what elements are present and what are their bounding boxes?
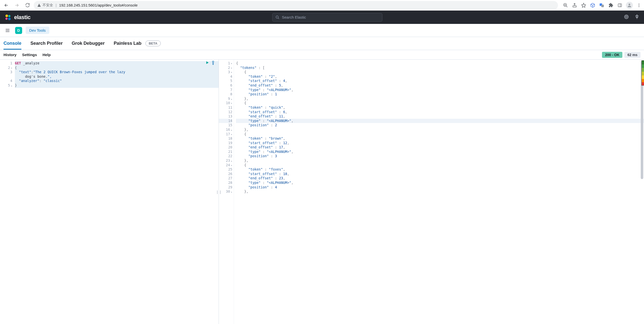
insecure-label: 不安全: [43, 3, 53, 8]
svg-point-10: [8, 15, 11, 17]
browser-chrome: 不安全 | 192.168.245.151:5601/app/dev_tools…: [0, 0, 644, 11]
response-pane[interactable]: 1▾2▾3▾456789▴10▾111213141516▴17▾18192021…: [219, 60, 644, 324]
breadcrumb-label: Dev Tools: [29, 28, 46, 32]
response-viewer[interactable]: { "tokens" : [ { "token" : "2", "start_o…: [234, 60, 644, 324]
tab-console[interactable]: Console: [4, 37, 21, 50]
url-text: 192.168.245.151:5601/app/dev_tools#/cons…: [59, 3, 138, 7]
extensions-icon[interactable]: [608, 2, 614, 8]
help-link[interactable]: Help: [43, 53, 51, 57]
space-letter: D: [17, 28, 20, 32]
elastic-logo[interactable]: elastic: [5, 14, 30, 21]
send-request-button[interactable]: [205, 61, 209, 66]
devtools-tabs: Console Search Profiler Grok Debugger Pa…: [0, 37, 644, 50]
reload-button[interactable]: [23, 1, 32, 10]
svg-point-14: [625, 15, 628, 19]
tab-search-profiler[interactable]: Search Profiler: [30, 37, 63, 50]
svg-point-7: [639, 5, 639, 6]
request-actions: [205, 61, 216, 66]
console-toolbar: History Settings Help 200 - OK 62 ms: [0, 50, 644, 60]
tab-painless-lab[interactable]: Painless Lab: [114, 37, 141, 50]
pane-resize-handle[interactable]: ❘❘: [218, 188, 220, 196]
sub-header: D Dev Tools: [0, 24, 644, 37]
svg-rect-3: [601, 5, 604, 7]
sidepanel-icon[interactable]: [617, 2, 623, 8]
newsfeed-icon[interactable]: [624, 14, 629, 20]
svg-rect-1: [573, 6, 576, 7]
svg-point-6: [639, 4, 639, 4]
search-placeholder: Search Elastic: [282, 15, 306, 19]
help-icon[interactable]: [634, 14, 639, 20]
request-gutter: 12▾3 45▴: [0, 60, 14, 324]
menu-icon[interactable]: [636, 2, 642, 8]
status-badge: 200 - OK: [602, 52, 622, 58]
response-scrollbar[interactable]: [640, 61, 643, 323]
chrome-right-actions: [560, 2, 642, 9]
global-search[interactable]: Search Elastic: [272, 13, 382, 22]
profile-icon[interactable]: [626, 2, 633, 9]
beta-badge: BETA: [145, 40, 160, 46]
svg-point-11: [6, 17, 8, 20]
svg-point-8: [639, 6, 639, 7]
insecure-indicator: 不安全: [37, 3, 53, 8]
svg-point-13: [276, 16, 278, 18]
perf-color-strip: [641, 60, 644, 86]
breadcrumb[interactable]: Dev Tools: [26, 27, 49, 34]
settings-link[interactable]: Settings: [22, 53, 37, 57]
translate-extension-icon[interactable]: [599, 2, 605, 8]
toolbar-right: 200 - OK 62 ms: [602, 52, 640, 58]
svg-point-5: [629, 4, 630, 5]
kibana-header: elastic Search Elastic: [0, 11, 644, 24]
nav-toggle-button[interactable]: [4, 26, 12, 34]
svg-point-9: [6, 14, 8, 17]
back-button[interactable]: [2, 1, 11, 10]
space-selector[interactable]: D: [15, 27, 22, 34]
svg-point-12: [8, 17, 11, 20]
editor-split: 12▾3 45▴ GET _analyze{ "text":"The 2 QUI…: [0, 60, 644, 324]
svg-point-15: [626, 16, 627, 18]
cube-extension-icon[interactable]: [590, 2, 596, 8]
search-icon: [275, 15, 279, 19]
request-options-button[interactable]: [211, 61, 216, 66]
elastic-logo-icon: [5, 14, 12, 21]
address-bar[interactable]: 不安全 | 192.168.245.151:5601/app/dev_tools…: [34, 1, 558, 10]
history-link[interactable]: History: [4, 53, 17, 57]
elastic-wordmark: elastic: [14, 14, 30, 21]
zoom-icon[interactable]: [562, 2, 569, 8]
tab-grok-debugger[interactable]: Grok Debugger: [72, 37, 105, 50]
share-icon[interactable]: [572, 2, 578, 8]
star-icon[interactable]: [581, 2, 587, 8]
time-badge: 62 ms: [624, 52, 640, 58]
request-pane[interactable]: 12▾3 45▴ GET _analyze{ "text":"The 2 QUI…: [0, 60, 219, 324]
forward-button[interactable]: [13, 1, 21, 10]
svg-rect-4: [618, 4, 622, 7]
request-editor[interactable]: GET _analyze{ "text":"The 2 QUICK Brown-…: [14, 60, 219, 324]
kibana-header-right: [624, 14, 639, 20]
address-separator: |: [56, 3, 57, 7]
